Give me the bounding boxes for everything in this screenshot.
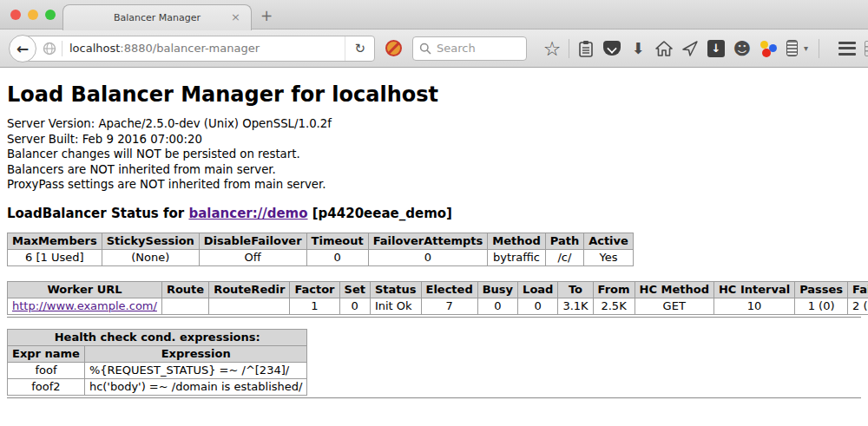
info-line: ProxyPass settings are NOT inherited fro… (7, 177, 861, 193)
cell-method: bytraffic (488, 249, 545, 265)
toolbar-caret-icon[interactable]: ▾ (804, 43, 808, 53)
table-row: foof %{REQUEST_STATUS} =~ /^[234]/ (8, 362, 307, 378)
col-path: Path (545, 233, 583, 249)
cell-hc-interval: 10 (713, 298, 794, 314)
url-bar[interactable]: localhost:8880/balancer-manager ↻ (23, 36, 375, 62)
col-elected: Elected (421, 281, 477, 298)
content-blocked-icon[interactable] (385, 40, 402, 56)
cell-disablefailover: Off (199, 249, 306, 265)
back-arrow-icon: ← (16, 40, 29, 57)
pocket-icon[interactable] (599, 41, 625, 56)
col-maxmembers: MaxMembers (8, 233, 102, 249)
url-host: localhost (69, 42, 120, 55)
zoom-window-button[interactable] (45, 10, 56, 20)
cell-hc-method: GET (635, 298, 713, 314)
cell-load: 0 (518, 298, 558, 314)
divider-rule (7, 317, 861, 318)
new-tab-button[interactable]: + (260, 7, 273, 24)
col-timeout: Timeout (306, 233, 368, 249)
worker-url-link[interactable]: http://www.example.com/ (12, 299, 157, 312)
url-text[interactable]: localhost:8880/balancer-manager (69, 42, 345, 55)
col-active: Active (584, 233, 634, 249)
cell-route (161, 298, 208, 314)
col-disablefailover: DisableFailover (199, 233, 306, 249)
status-prefix: LoadBalancer Status for (7, 206, 188, 221)
globe-icon (43, 42, 56, 56)
col-expression: Expression (84, 345, 307, 362)
send-plane-icon[interactable] (677, 40, 703, 57)
downloads-icon[interactable]: ⬇ (625, 41, 651, 56)
col-hc-method: HC Method (635, 281, 713, 298)
bottom-rule (7, 397, 861, 399)
search-icon (419, 43, 431, 55)
info-line: Balancer changes will NOT be persisted o… (7, 147, 861, 162)
back-button[interactable]: ← (9, 35, 36, 62)
cell-timeout: 0 (306, 249, 368, 265)
col-load: Load (518, 281, 558, 298)
cell-expression: %{REQUEST_STATUS} =~ /^[234]/ (84, 362, 307, 378)
col-failoverattempts: FailoverAttempts (368, 233, 488, 249)
col-worker-url: Worker URL (8, 281, 162, 298)
download-box-icon[interactable]: ↓ (703, 40, 729, 57)
toolbar-icons: ☆ ⬇ ↓ ☻ ▾ (539, 39, 868, 58)
table-header-row: MaxMembers StickySession DisableFailover… (8, 233, 634, 249)
clipboard-icon[interactable] (573, 40, 599, 57)
table-header-row: Worker URL Route RouteRedir Factor Set S… (8, 281, 868, 298)
feedback-smiley-icon[interactable]: ☻ (729, 40, 755, 57)
menu-hamburger-icon[interactable] (838, 42, 856, 56)
col-to: To (558, 281, 593, 298)
cell-fails: 2 (0) (848, 298, 868, 314)
home-icon[interactable] (651, 41, 677, 56)
browser-navbar: ← localhost:8880/balancer-manager ↻ Sear… (0, 29, 868, 68)
battery-extension-icon[interactable] (781, 40, 802, 56)
hc-table-title: Health check cond. expressions: (8, 329, 307, 345)
col-factor: Factor (290, 281, 339, 298)
grid-panel-icon[interactable] (865, 41, 868, 56)
toolbar-divider (569, 39, 569, 58)
cell-expr-name: foof2 (8, 378, 85, 395)
colored-dots-extension-icon[interactable] (755, 40, 781, 57)
toolbar-divider (819, 39, 819, 58)
cell-failoverattempts: 0 (368, 249, 488, 265)
tab-close-icon[interactable]: × (231, 11, 240, 23)
health-check-table: Health check cond. expressions: Expr nam… (7, 329, 307, 396)
close-window-button[interactable] (10, 10, 21, 20)
info-line: Server Version: Apache/2.5.0-dev (Unix) … (7, 116, 861, 132)
balancer-demo-link[interactable]: balancer://demo (188, 206, 307, 221)
cell-passes: 1 (0) (795, 298, 848, 314)
status-suffix: [p4420eeae_demo] (308, 206, 452, 221)
col-method: Method (488, 233, 545, 249)
cell-elected: 7 (421, 298, 477, 314)
cell-routeredir (209, 298, 290, 314)
url-divider (62, 41, 62, 56)
info-line: Server Built: Feb 9 2016 07:00:20 (7, 132, 861, 147)
cell-expression: hc('body') =~ /domain is established/ (84, 378, 307, 395)
minimize-window-button[interactable] (28, 10, 38, 20)
cell-busy: 0 (477, 298, 517, 314)
reload-icon[interactable]: ↻ (345, 36, 374, 61)
table-row: http://www.example.com/ 1 0 Init Ok 7 0 … (8, 298, 868, 314)
url-path: :8880/balancer-manager (120, 42, 260, 55)
balancer-status-heading: LoadBalancer Status for balancer://demo … (7, 206, 861, 221)
col-fails: Fails (848, 281, 868, 298)
search-placeholder: Search (437, 42, 476, 55)
col-passes: Passes (795, 281, 848, 298)
server-info: Server Version: Apache/2.5.0-dev (Unix) … (7, 116, 861, 193)
browser-tab[interactable]: Balancer Manager × (62, 4, 252, 30)
page-content: Load Balancer Manager for localhost Serv… (0, 82, 868, 399)
col-routeredir: RouteRedir (209, 281, 290, 298)
cell-to: 3.1K (558, 298, 593, 314)
col-stickysession: StickySession (102, 233, 199, 249)
col-status: Status (370, 281, 421, 298)
bookmark-star-icon[interactable]: ☆ (539, 40, 565, 57)
table-header-row: Expr name Expression (8, 345, 307, 362)
col-route: Route (161, 281, 208, 298)
search-bar[interactable]: Search (412, 36, 527, 61)
browser-titlebar: Balancer Manager × + (0, 0, 868, 29)
col-from: From (593, 281, 635, 298)
balancer-summary-table: MaxMembers StickySession DisableFailover… (7, 233, 634, 266)
col-busy: Busy (477, 281, 517, 298)
table-row: 6 [1 Used] (None) Off 0 0 bytraffic /c/ … (8, 249, 634, 265)
cell-factor: 1 (290, 298, 339, 314)
info-line: Balancers are NOT inherited from main se… (7, 162, 861, 178)
